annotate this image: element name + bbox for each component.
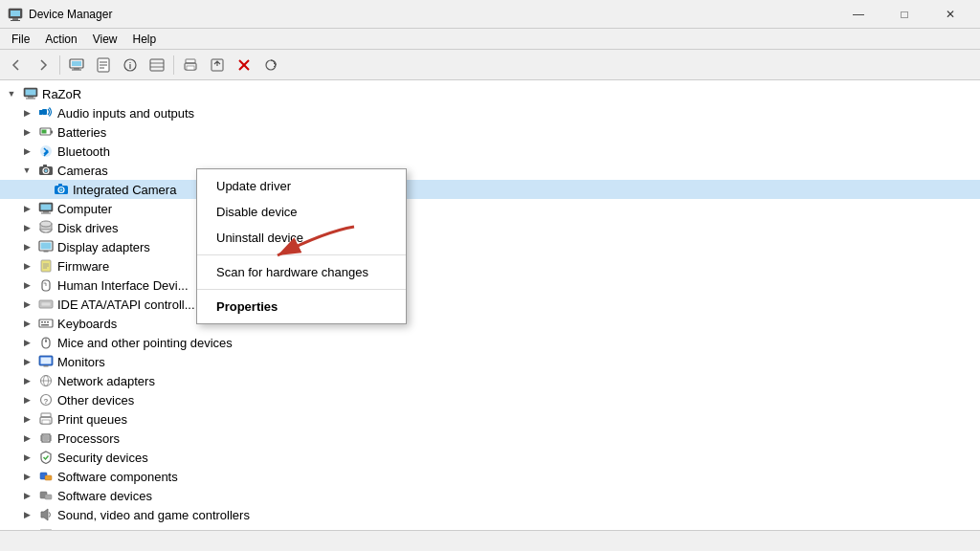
svg-rect-43 (43, 211, 49, 213)
tree-item-print[interactable]: ▶ Print queues (0, 409, 980, 429)
properties-button[interactable] (91, 53, 116, 77)
tree-item-monitors[interactable]: ▶ Monitors (0, 352, 980, 371)
expand-firmware[interactable]: ▶ (19, 258, 34, 274)
tree-item-storage[interactable]: ▶ Storage controllers (0, 524, 980, 530)
devices-list-button[interactable] (145, 53, 169, 77)
expand-mice[interactable]: ▶ (19, 335, 34, 350)
tree-item-other[interactable]: ▶ ? Other devices (0, 390, 980, 409)
expand-keyboards[interactable]: ▶ (19, 316, 34, 331)
tree-item-security[interactable]: ▶ Security devices (0, 448, 980, 467)
expand-sw-components[interactable]: ▶ (19, 469, 34, 484)
ctx-properties[interactable]: Properties (197, 294, 406, 320)
svg-rect-70 (44, 365, 49, 367)
expand-cameras[interactable]: ▼ (19, 163, 34, 178)
other-icon: ? (38, 392, 54, 408)
tree-item-keyboards[interactable]: ▶ Keyboards (0, 314, 980, 333)
svg-rect-40 (58, 184, 62, 187)
expand-sw-devices[interactable]: ▶ (19, 488, 34, 503)
monitors-label: Monitors (57, 355, 105, 369)
menu-action[interactable]: Action (37, 29, 84, 49)
ctx-update-driver[interactable]: Update driver (197, 173, 406, 199)
tree-root[interactable]: ▼ RaZoR (0, 84, 980, 103)
expand-bluetooth[interactable]: ▶ (19, 143, 34, 159)
expand-print[interactable]: ▶ (19, 411, 34, 427)
menu-file[interactable]: File (4, 29, 37, 49)
expand-security[interactable]: ▶ (19, 450, 34, 465)
svg-point-47 (40, 221, 52, 227)
tree-item-firmware[interactable]: ▶ Firmware (0, 256, 980, 276)
forward-button[interactable] (31, 53, 56, 77)
tree-item-cameras[interactable]: ▼ Cameras (0, 161, 980, 180)
tree-item-software-devices[interactable]: ▶ Software devices (0, 486, 980, 505)
expand-disk[interactable]: ▶ (19, 220, 34, 235)
ctx-scan-hardware[interactable]: Scan for hardware changes (197, 259, 406, 285)
expand-computer[interactable]: ▶ (19, 201, 34, 216)
svg-text:i: i (129, 61, 132, 71)
monitor-icon (38, 354, 54, 369)
tree-item-network[interactable]: ▶ Network adapters (0, 371, 980, 390)
expand-audio[interactable]: ▶ (19, 105, 34, 121)
scan-button[interactable] (258, 53, 283, 77)
svg-rect-59 (41, 302, 51, 306)
keyboard-icon (38, 316, 54, 331)
svg-rect-14 (150, 59, 164, 71)
expand-storage[interactable]: ▶ (19, 526, 34, 530)
svg-rect-26 (28, 97, 33, 99)
svg-point-67 (45, 341, 47, 342)
menu-help[interactable]: Help (125, 29, 165, 49)
tree-item-disk[interactable]: ▶ Disk drives (0, 218, 980, 237)
tree-item-hid[interactable]: ▶ Human Interface Devi... (0, 276, 980, 295)
main-content: ▼ RaZoR ▶ Audi (0, 80, 980, 530)
tree-item-ide[interactable]: ▶ IDE ATA/ATAPI controll... (0, 295, 980, 314)
cameras-icon (38, 163, 54, 178)
update-driver-button[interactable] (205, 53, 230, 77)
root-label: RaZoR (42, 87, 81, 101)
svg-rect-49 (41, 243, 52, 250)
svg-marker-91 (41, 509, 48, 520)
svg-rect-42 (41, 205, 52, 210)
toolbar: i (0, 50, 980, 80)
tree-item-computer[interactable]: ▶ Computer (0, 199, 980, 218)
toolbar-sep-1 (59, 55, 60, 75)
expand-network[interactable]: ▶ (19, 373, 34, 388)
expand-processors[interactable]: ▶ (19, 430, 34, 446)
remove-button[interactable] (232, 53, 256, 77)
mouse-icon (38, 335, 54, 350)
expand-sound[interactable]: ▶ (19, 507, 34, 522)
expand-hid[interactable]: ▶ (19, 277, 34, 293)
svg-rect-6 (74, 68, 79, 70)
expand-other[interactable]: ▶ (19, 392, 34, 408)
back-button[interactable] (4, 53, 29, 77)
tree-item-processors[interactable]: ▶ Processors (0, 429, 980, 448)
close-button[interactable]: ✕ (928, 0, 972, 29)
svg-rect-76 (41, 413, 51, 417)
expand-monitors[interactable]: ▶ (19, 354, 34, 369)
tree-item-batteries[interactable]: ▶ Batteries (0, 122, 980, 142)
tree-item-mice[interactable]: ▶ Mice and other pointing devices (0, 333, 980, 352)
print-icon (38, 411, 54, 427)
svg-rect-62 (44, 321, 46, 323)
device-tree[interactable]: ▼ RaZoR ▶ Audi (0, 80, 980, 530)
expand-batteries[interactable]: ▶ (19, 124, 34, 140)
tree-item-integrated-camera[interactable]: ▶ Integrated Camera (0, 180, 980, 199)
tree-item-bluetooth[interactable]: ▶ Bluetooth (0, 142, 980, 161)
ctx-uninstall-device[interactable]: Uninstall device (197, 225, 406, 251)
expand-ide[interactable]: ▶ (19, 297, 34, 312)
menu-view[interactable]: View (85, 29, 125, 49)
expand-root[interactable]: ▼ (4, 86, 19, 101)
computer-icon (23, 86, 38, 101)
maximize-button[interactable]: □ (882, 0, 926, 29)
svg-rect-17 (186, 59, 195, 63)
minimize-button[interactable]: — (836, 0, 880, 29)
tree-item-display[interactable]: ▶ Display adapters (0, 237, 980, 256)
tree-item-sound[interactable]: ▶ Sound, video and game controllers (0, 505, 980, 524)
expand-display[interactable]: ▶ (19, 239, 34, 254)
svg-rect-61 (41, 321, 43, 323)
tree-item-audio[interactable]: ▶ Audio inputs and outputs (0, 103, 980, 122)
ctx-disable-device[interactable]: Disable device (197, 199, 406, 225)
tree-item-software-components[interactable]: ▶ Software components (0, 467, 980, 486)
mice-label: Mice and other pointing devices (57, 336, 233, 350)
info-button[interactable]: i (118, 53, 143, 77)
print-button[interactable] (178, 53, 203, 77)
computer-view-button[interactable] (64, 53, 89, 77)
